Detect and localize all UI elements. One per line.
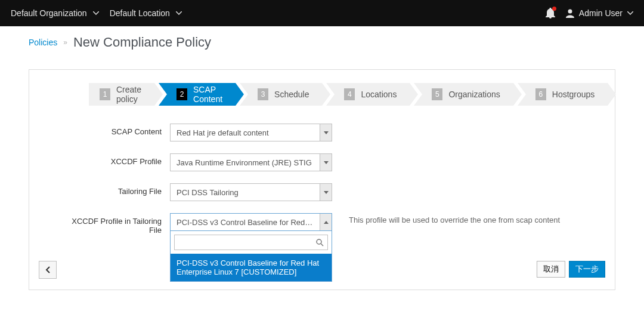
wizard-step-hostgroups[interactable]: 6 Hostgroups: [518, 83, 608, 106]
search-input[interactable]: [178, 238, 316, 247]
label-scap-content: SCAP Content: [63, 124, 170, 136]
footer-buttons: 取消 下一步: [537, 261, 605, 279]
select-value: PCI-DSS v3 Control Baseline for Red H...: [171, 218, 320, 227]
label-xccdf-profile: XCCDF Profile: [63, 153, 170, 166]
help-xccdf-tailoring: This profile will be used to override th…: [349, 213, 560, 224]
user-name: Admin User: [579, 8, 623, 18]
caret-down-icon: [324, 161, 329, 164]
topbar-right: Admin User: [546, 8, 633, 19]
svg-point-0: [317, 239, 321, 244]
next-button[interactable]: 下一步: [569, 261, 605, 278]
chevron-down-icon: [176, 11, 182, 15]
dropdown-xccdf-tailoring: PCI-DSS v3 Control Baseline for Red Hat …: [170, 231, 332, 282]
select-xccdf-tailoring[interactable]: PCI-DSS v3 Control Baseline for Red H...: [170, 213, 332, 231]
select-value: Red Hat jre default content: [171, 128, 320, 137]
location-label: Default Location: [110, 8, 170, 18]
step-number: 2: [177, 88, 187, 100]
notifications-button[interactable]: [546, 8, 555, 19]
page-title: New Compliance Policy: [73, 35, 211, 50]
org-label: Default Organization: [11, 8, 87, 18]
wizard-steps: 1 Create policy 2 SCAP Content 3 Schedul…: [89, 83, 605, 106]
chevron-down-icon: [627, 11, 633, 15]
dropdown-toggle[interactable]: [320, 214, 332, 230]
dropdown-toggle[interactable]: [320, 184, 332, 201]
row-scap-content: SCAP Content Red Hat jre default content: [63, 124, 605, 141]
step-label: Locations: [361, 90, 397, 99]
dropdown-toggle[interactable]: [320, 124, 332, 141]
svg-line-1: [321, 244, 323, 246]
wizard-step-organizations[interactable]: 5 Organizations: [414, 83, 513, 106]
select-value: Java Runtime Environment (JRE) STIG: [171, 158, 320, 167]
location-selector[interactable]: Default Location: [110, 8, 182, 18]
dropdown-search-wrap: [171, 231, 332, 254]
wizard-step-create-policy[interactable]: 1 Create policy: [89, 83, 154, 106]
breadcrumb: Policies » New Compliance Policy: [0, 26, 644, 56]
caret-up-icon: [324, 221, 329, 224]
step-number: 6: [535, 88, 546, 100]
step-number: 3: [258, 88, 268, 100]
select-value: PCI DSS Tailoring: [171, 188, 320, 197]
cancel-button[interactable]: 取消: [537, 261, 565, 278]
step-label: Schedule: [274, 90, 309, 99]
row-tailoring-file: Tailoring File PCI DSS Tailoring: [63, 183, 605, 201]
back-button[interactable]: [39, 261, 57, 279]
dropdown-toggle[interactable]: [320, 154, 332, 171]
step-label: Hostgroups: [552, 90, 595, 99]
form: SCAP Content Red Hat jre default content…: [63, 124, 605, 235]
breadcrumb-parent-link[interactable]: Policies: [29, 38, 57, 47]
caret-down-icon: [324, 191, 329, 194]
step-number: 1: [100, 88, 110, 100]
wizard-step-locations[interactable]: 4 Locations: [326, 83, 410, 106]
select-tailoring-file[interactable]: PCI DSS Tailoring: [170, 183, 332, 201]
chevron-down-icon: [93, 11, 99, 15]
dropdown-option[interactable]: PCI-DSS v3 Control Baseline for Red Hat …: [171, 254, 332, 281]
label-xccdf-tailoring: XCCDF Profile in Tailoring File: [63, 213, 170, 235]
breadcrumb-sep: »: [63, 38, 67, 47]
caret-down-icon: [324, 131, 329, 134]
topbar: Default Organization Default Location Ad…: [0, 0, 644, 26]
row-xccdf-profile: XCCDF Profile Java Runtime Environment (…: [63, 153, 605, 171]
search-icon: [316, 239, 324, 247]
wizard-step-scap-content[interactable]: 2 SCAP Content: [159, 83, 236, 106]
step-number: 5: [432, 88, 442, 100]
step-number: 4: [344, 88, 355, 100]
step-label: Create policy: [116, 85, 141, 104]
dropdown-search[interactable]: [174, 235, 328, 250]
row-xccdf-tailoring: XCCDF Profile in Tailoring File PCI-DSS …: [63, 213, 605, 235]
select-scap-content[interactable]: Red Hat jre default content: [170, 124, 332, 141]
select-xccdf-profile[interactable]: Java Runtime Environment (JRE) STIG: [170, 153, 332, 171]
org-selector[interactable]: Default Organization: [11, 8, 99, 18]
notification-dot: [552, 7, 556, 11]
topbar-left: Default Organization Default Location: [11, 8, 182, 18]
chevron-left-icon: [45, 266, 50, 273]
wizard-card: 1 Create policy 2 SCAP Content 3 Schedul…: [29, 69, 615, 290]
step-label: Organizations: [448, 90, 500, 99]
user-icon: [566, 9, 574, 18]
user-menu[interactable]: Admin User: [566, 8, 633, 18]
label-tailoring-file: Tailoring File: [63, 183, 170, 196]
step-label: SCAP Content: [193, 85, 222, 104]
wizard-step-schedule[interactable]: 3 Schedule: [240, 83, 322, 106]
